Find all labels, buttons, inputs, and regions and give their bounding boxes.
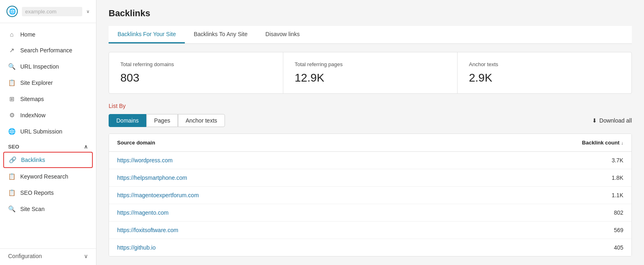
domain-link[interactable]: https://magentoexpertforum.com	[117, 192, 571, 198]
domain-link[interactable]: https://wordpress.com	[117, 157, 571, 164]
backlink-count-cell: 1.8K	[571, 175, 623, 181]
table-row: https://github.io 405	[109, 239, 631, 256]
sidebar-item-search-performance-label: Search Performance	[20, 47, 72, 54]
backlinks-icon: 🔗	[9, 156, 16, 164]
domain-link[interactable]: https://helpsmartphone.com	[117, 175, 571, 181]
sort-desc-icon[interactable]: ↓	[621, 140, 624, 145]
seo-chevron-icon[interactable]: ∧	[84, 144, 88, 150]
sidebar-item-sitemaps-label: Sitemaps	[20, 96, 44, 102]
sidebar-item-search-performance[interactable]: ↗ Search Performance	[0, 42, 96, 58]
page-title: Backlinks	[109, 8, 632, 19]
sidebar-item-home[interactable]: ⌂ Home	[0, 26, 96, 42]
stat-referring-pages-value: 12.9K	[295, 71, 446, 84]
sidebar: 🌐 example.com ∨ ⌂ Home ↗ Search Performa…	[0, 0, 96, 265]
seo-section-header: SEO ∧	[0, 140, 96, 151]
table-header: Source domain Backlink count ↓	[109, 134, 631, 152]
list-btn-pages[interactable]: Pages	[146, 114, 178, 127]
table-row: https://magento.com 802	[109, 204, 631, 222]
sidebar-item-keyword-research[interactable]: 📋 Keyword Research	[0, 168, 96, 185]
domain-link[interactable]: https://foxitsoftware.com	[117, 227, 571, 233]
sidebar-item-site-scan-label: Site Scan	[20, 206, 45, 212]
sidebar-item-keyword-research-label: Keyword Research	[20, 173, 68, 180]
list-by-label: List By	[109, 103, 632, 109]
col-source-domain: Source domain	[117, 140, 571, 146]
download-all-label: Download all	[599, 117, 632, 124]
tab-for-your-site[interactable]: Backlinks For Your Site	[109, 26, 185, 43]
list-by-buttons: Domains Pages Anchor texts	[109, 114, 225, 127]
sidebar-item-site-explorer[interactable]: 📋 Site Explorer	[0, 75, 96, 91]
backlinks-table: Source domain Backlink count ↓ https://w…	[109, 134, 632, 256]
sitemaps-icon: ⊞	[8, 95, 15, 103]
list-btn-domains[interactable]: Domains	[109, 114, 146, 127]
sidebar-item-site-explorer-label: Site Explorer	[20, 80, 53, 86]
stats-row: Total referring domains 803 Total referr…	[109, 52, 632, 94]
stat-anchor-texts: Anchor texts 2.9K	[458, 52, 631, 93]
sidebar-item-seo-reports-label: SEO Reports	[20, 190, 53, 196]
seo-reports-icon: 📋	[8, 189, 15, 196]
home-icon: ⌂	[8, 31, 15, 38]
sidebar-item-url-inspection[interactable]: 🔍 URL Inspection	[0, 58, 96, 75]
url-submission-icon: 🌐	[8, 128, 15, 135]
backlink-count-cell: 802	[571, 209, 623, 216]
backlink-count-cell: 3.7K	[571, 157, 623, 164]
stat-anchor-texts-value: 2.9K	[469, 71, 620, 84]
table-row: https://helpsmartphone.com 1.8K	[109, 169, 631, 187]
sidebar-item-url-inspection-label: URL Inspection	[20, 63, 59, 70]
backlink-count-cell: 405	[571, 244, 623, 251]
url-inspection-icon: 🔍	[8, 63, 15, 70]
sidebar-item-indexnow-label: IndexNow	[20, 112, 45, 118]
config-chevron-icon[interactable]: ∨	[84, 253, 88, 259]
sidebar-item-seo-reports[interactable]: 📋 SEO Reports	[0, 185, 96, 201]
sidebar-item-site-scan[interactable]: 🔍 Site Scan	[0, 201, 96, 217]
domain-link[interactable]: https://github.io	[117, 244, 571, 251]
table-rows-container: https://wordpress.com 3.7K https://helps…	[109, 152, 631, 256]
tab-to-any-site[interactable]: Backlinks To Any Site	[185, 26, 257, 43]
tab-disavow[interactable]: Disavow links	[257, 26, 309, 43]
tabs-bar: Backlinks For Your Site Backlinks To Any…	[109, 26, 632, 44]
stat-anchor-texts-label: Anchor texts	[469, 61, 620, 67]
list-btn-anchor-texts[interactable]: Anchor texts	[178, 114, 225, 127]
stat-referring-domains: Total referring domains 803	[109, 52, 283, 93]
col-backlink-count-label: Backlink count	[582, 140, 619, 146]
sidebar-item-indexnow[interactable]: ⚙ IndexNow	[0, 107, 96, 123]
table-row: https://foxitsoftware.com 569	[109, 222, 631, 239]
sidebar-item-home-label: Home	[20, 31, 35, 38]
sidebar-header: 🌐 example.com ∨	[0, 0, 96, 23]
sidebar-footer: Configuration ∨	[0, 248, 96, 265]
site-scan-icon: 🔍	[8, 205, 15, 213]
sidebar-nav: ⌂ Home ↗ Search Performance 🔍 URL Inspec…	[0, 23, 96, 248]
backlink-count-cell: 569	[571, 227, 623, 233]
sidebar-item-backlinks[interactable]: 🔗 Backlinks	[3, 152, 93, 168]
stat-referring-domains-label: Total referring domains	[120, 61, 272, 67]
backlink-count-cell: 1.1K	[571, 192, 623, 198]
keyword-research-icon: 📋	[8, 173, 15, 180]
site-chevron-icon[interactable]: ∨	[86, 9, 90, 14]
download-icon: ⬇	[592, 117, 597, 124]
seo-section-label: SEO	[8, 144, 19, 150]
sidebar-item-sitemaps[interactable]: ⊞ Sitemaps	[0, 91, 96, 107]
main-content: Backlinks Backlinks For Your Site Backli…	[96, 0, 644, 265]
stat-referring-domains-value: 803	[120, 71, 272, 84]
sidebar-item-url-submission[interactable]: 🌐 URL Submission	[0, 123, 96, 140]
table-row: https://wordpress.com 3.7K	[109, 152, 631, 169]
domain-link[interactable]: https://magento.com	[117, 209, 571, 216]
table-row: https://magentoexpertforum.com 1.1K	[109, 187, 631, 204]
col-backlink-count[interactable]: Backlink count ↓	[571, 140, 623, 146]
stat-referring-pages: Total referring pages 12.9K	[283, 52, 458, 93]
globe-icon: 🌐	[6, 6, 18, 17]
config-label[interactable]: Configuration	[8, 253, 42, 259]
download-all-button[interactable]: ⬇ Download all	[592, 117, 632, 124]
site-explorer-icon: 📋	[8, 79, 15, 86]
site-name: example.com	[22, 7, 82, 16]
sidebar-item-backlinks-label: Backlinks	[21, 157, 45, 163]
list-by-controls: Domains Pages Anchor texts ⬇ Download al…	[109, 114, 632, 127]
indexnow-icon: ⚙	[8, 112, 15, 119]
stat-referring-pages-label: Total referring pages	[295, 61, 446, 67]
sidebar-item-url-submission-label: URL Submission	[20, 128, 62, 135]
search-performance-icon: ↗	[8, 47, 15, 54]
